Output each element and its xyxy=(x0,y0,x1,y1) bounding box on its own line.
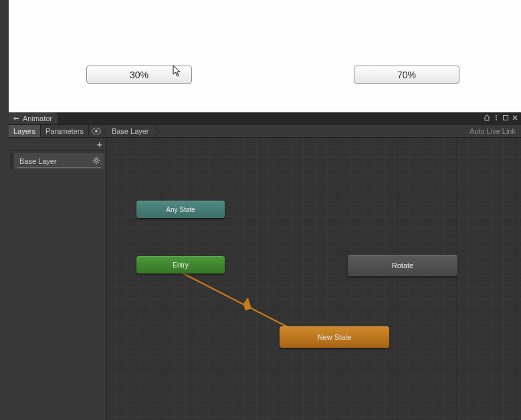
gear-icon[interactable] xyxy=(92,156,100,166)
layers-tab-label: Layers xyxy=(13,127,35,135)
state-node-label: Any State xyxy=(166,206,195,213)
panel-menu-icon[interactable] xyxy=(492,114,500,122)
state-node-label: New State xyxy=(318,333,352,341)
animator-tab-label: Animator xyxy=(23,114,52,122)
animator-panel: Animator Layers Parameters Base Layer Au… xyxy=(9,112,521,420)
add-layer-button[interactable]: + xyxy=(9,138,106,151)
parameters-tab-label: Parameters xyxy=(45,127,84,135)
svg-point-1 xyxy=(496,117,497,118)
animator-tab-icon xyxy=(12,114,20,122)
animator-tab[interactable]: Animator xyxy=(9,112,58,124)
close-icon[interactable] xyxy=(511,114,519,122)
button-30-percent-label: 30% xyxy=(130,70,148,80)
plus-icon: + xyxy=(96,138,102,150)
svg-point-4 xyxy=(95,130,98,132)
state-node-any-state[interactable]: Any State xyxy=(136,201,225,218)
breadcrumb-base-layer[interactable]: Base Layer xyxy=(106,125,159,137)
layers-sidebar: + Base Layer xyxy=(9,138,107,420)
maximize-icon[interactable] xyxy=(502,114,510,122)
lock-icon[interactable] xyxy=(483,114,491,122)
parameters-tab[interactable]: Parameters xyxy=(41,125,89,137)
panel-window-icons xyxy=(483,114,519,122)
button-70-percent-label: 70% xyxy=(397,70,416,80)
auto-live-link-toggle[interactable]: Auto Live Link xyxy=(464,125,521,137)
layer-drag-handle[interactable] xyxy=(10,153,13,169)
layers-tab[interactable]: Layers xyxy=(9,125,41,137)
state-node-new-state[interactable]: New State xyxy=(280,326,389,348)
state-node-rotate[interactable]: Rotate xyxy=(348,255,457,276)
state-node-label: Rotate xyxy=(392,261,413,270)
state-node-entry[interactable]: Entry xyxy=(136,256,225,274)
svg-point-5 xyxy=(95,159,98,162)
auto-live-link-label: Auto Live Link xyxy=(470,127,516,135)
layer-item-base-layer[interactable]: Base Layer xyxy=(14,153,104,169)
game-view: 30% 70% xyxy=(9,0,521,112)
panel-tab-row: Animator xyxy=(9,112,521,124)
transition-entry-to-new-state[interactable] xyxy=(107,138,521,420)
svg-rect-3 xyxy=(504,116,508,120)
svg-line-12 xyxy=(98,158,98,159)
state-machine-graph[interactable]: Any State Entry Rotate New State xyxy=(107,138,521,420)
editor-left-gutter xyxy=(0,0,9,420)
layer-item-label: Base Layer xyxy=(19,157,57,165)
svg-point-0 xyxy=(496,115,497,116)
svg-marker-15 xyxy=(241,297,255,312)
svg-point-2 xyxy=(496,119,497,120)
visibility-icon[interactable] xyxy=(89,125,104,137)
button-70-percent[interactable]: 70% xyxy=(354,66,459,84)
svg-line-10 xyxy=(94,158,94,159)
svg-line-11 xyxy=(98,162,98,163)
breadcrumb-label: Base Layer xyxy=(112,127,149,135)
animator-toolbar: Layers Parameters Base Layer Auto Live L… xyxy=(9,124,521,138)
state-node-label: Entry xyxy=(173,261,188,269)
svg-line-13 xyxy=(94,162,94,163)
button-30-percent[interactable]: 30% xyxy=(86,66,192,84)
